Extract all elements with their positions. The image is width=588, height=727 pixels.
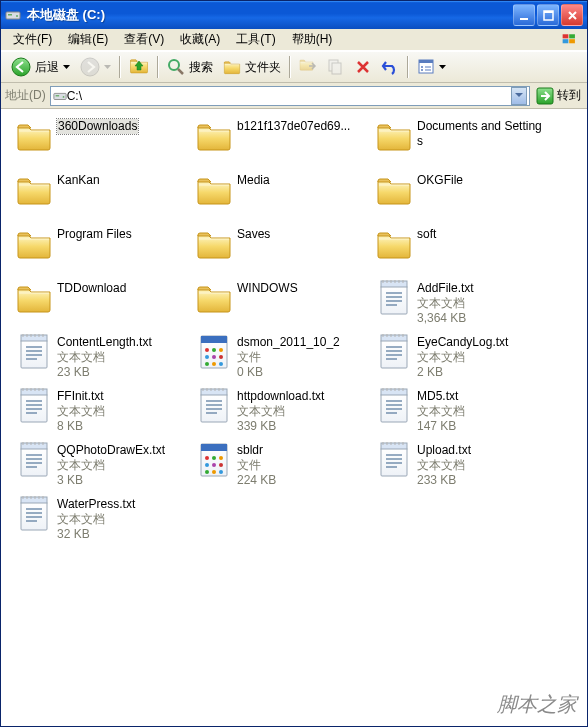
file-item[interactable]: MD5.txt文本文档147 KB [371,385,551,439]
chevron-down-icon [515,93,523,98]
delete-button[interactable] [351,55,375,79]
file-item[interactable]: EyeCandyLog.txt文本文档2 KB [371,331,551,385]
folder-item[interactable]: soft [371,223,551,277]
file-item[interactable]: WaterPress.txt文本文档32 KB [11,493,191,547]
menu-file[interactable]: 文件(F) [5,29,60,50]
file-item[interactable]: sbldr文件224 KB [191,439,371,493]
svg-point-24 [81,58,99,76]
folders-button[interactable]: 文件夹 [219,55,285,79]
menu-favorites[interactable]: 收藏(A) [172,29,228,50]
separator [289,56,291,78]
file-list[interactable]: 360Downloadsb121f137de07ed69...Documents… [1,109,587,726]
copy-to-icon [327,58,345,76]
folder-item[interactable]: Saves [191,223,371,277]
svg-rect-27 [332,63,341,74]
minimize-button[interactable] [513,4,535,26]
search-icon [167,58,185,76]
search-button[interactable]: 搜索 [163,55,217,79]
item-size: 147 KB [417,419,465,434]
folder-icon [376,228,412,260]
file-item[interactable]: FFInit.txt文本文档8 KB [11,385,191,439]
text-file-icon [17,441,51,479]
folder-item[interactable]: b121f137de07ed69... [191,115,371,169]
menu-edit[interactable]: 编辑(E) [60,29,116,50]
folder-icon [376,174,412,206]
item-type: 文件 [237,458,276,473]
file-item[interactable]: QQPhotoDrawEx.txt文本文档3 KB [11,439,191,493]
address-label: 地址(D) [5,87,46,104]
up-button[interactable] [125,55,153,79]
item-type: 文本文档 [57,512,135,527]
text-file-icon [17,495,51,533]
svg-rect-29 [419,60,433,63]
item-name: Upload.txt [417,443,471,458]
title-bar[interactable]: 本地磁盘 (C:) [1,1,587,29]
item-name: b121f137de07ed69... [237,119,350,134]
copy-to-button[interactable] [323,55,349,79]
move-to-icon [299,58,317,76]
folder-item[interactable]: Program Files [11,223,191,277]
svg-point-23 [12,58,30,76]
text-file-icon [197,387,231,425]
item-type: 文本文档 [57,458,165,473]
window-title: 本地磁盘 (C:) [27,6,507,24]
item-name: httpdownload.txt [237,389,324,404]
svg-rect-19 [563,34,569,38]
file-item[interactable]: Upload.txt文本文档233 KB [371,439,551,493]
item-type: 文本文档 [417,404,465,419]
menu-view[interactable]: 查看(V) [116,29,172,50]
undo-button[interactable] [377,55,403,79]
svg-rect-18 [544,11,553,13]
folder-icon [196,120,232,152]
forward-button[interactable] [76,55,115,79]
move-to-button[interactable] [295,55,321,79]
file-item[interactable]: dsmon_2011_10_2文件0 KB [191,331,371,385]
item-size: 339 KB [237,419,324,434]
menu-help[interactable]: 帮助(H) [284,29,341,50]
item-name: TDDownload [57,281,126,296]
text-file-icon [377,279,411,317]
maximize-button[interactable] [537,4,559,26]
item-name: Media [237,173,270,188]
folder-item[interactable]: OKGFile [371,169,551,223]
folder-icon [16,228,52,260]
file-item[interactable]: AddFile.txt文本文档3,364 KB [371,277,551,331]
item-name: OKGFile [417,173,463,188]
folder-item[interactable]: KanKan [11,169,191,223]
text-file-icon [377,387,411,425]
folder-item[interactable]: Documents and Settings [371,115,551,169]
item-type: 文本文档 [57,350,152,365]
address-input-wrapper[interactable] [50,86,530,106]
go-icon [536,87,554,105]
folder-item[interactable]: 360Downloads [11,115,191,169]
menu-bar: 文件(F) 编辑(E) 查看(V) 收藏(A) 工具(T) 帮助(H) [1,29,587,51]
go-button[interactable]: 转到 [534,86,583,106]
item-type: 文本文档 [417,296,474,311]
svg-rect-20 [569,34,575,38]
close-button[interactable] [561,4,583,26]
file-item[interactable]: ContentLength.txt文本文档23 KB [11,331,191,385]
svg-rect-16 [520,18,528,20]
item-size: 23 KB [57,365,152,380]
folder-item[interactable]: WINDOWS [191,277,371,331]
file-item[interactable]: httpdownload.txt文本文档339 KB [191,385,371,439]
menu-tools[interactable]: 工具(T) [228,29,283,50]
address-input[interactable] [67,89,511,103]
window-controls [513,4,583,26]
item-type: 文本文档 [417,458,471,473]
address-dropdown[interactable] [511,87,527,105]
item-type: 文本文档 [417,350,508,365]
item-name: Documents and Settings [417,119,547,149]
back-button[interactable]: 后退 [7,55,74,79]
text-file-icon [17,333,51,371]
folders-label: 文件夹 [245,59,281,76]
folder-item[interactable]: Media [191,169,371,223]
undo-icon [381,58,399,76]
folder-item[interactable]: TDDownload [11,277,191,331]
folder-icon [196,174,232,206]
views-button[interactable] [413,55,450,79]
text-file-icon [17,387,51,425]
svg-point-25 [169,60,179,70]
item-name: ContentLength.txt [57,335,152,350]
item-size: 0 KB [237,365,340,380]
